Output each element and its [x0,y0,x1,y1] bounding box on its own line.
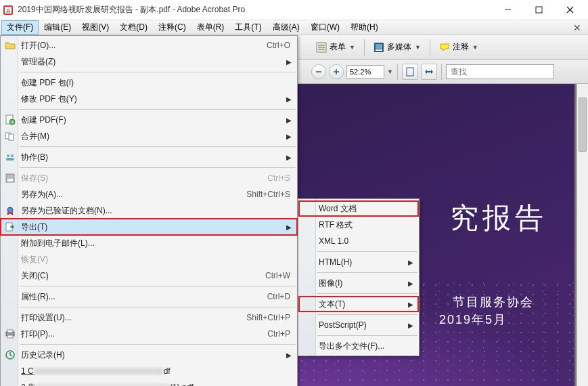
page-org: 节目服务协会 [453,294,534,310]
svg-rect-37 [7,335,13,338]
combine-icon [5,131,16,142]
svg-rect-30 [6,158,14,160]
window-title: 2019中国网络视听发展研究报告 - 副本.pdf - Adobe Acroba… [18,4,492,16]
collaborate-icon [5,152,16,163]
menu-view[interactable]: 视图(V) [76,20,114,35]
titlebar: A 2019中国网络视听发展研究报告 - 副本.pdf - Adobe Acro… [0,0,588,20]
menu-save-as[interactable]: 另存为(A)...Shift+Ctrl+S [1,186,297,202]
menu-form[interactable]: 表单(R) [191,20,230,35]
svg-rect-17 [407,68,413,76]
menu-history[interactable]: 历史记录(H)▶ [1,347,297,363]
menu-tool[interactable]: 工具(T) [229,20,267,35]
app-icon: A [3,5,14,16]
create-pdf-icon: + [5,114,16,125]
export-rtf[interactable]: RTF 格式 [298,217,419,233]
svg-point-33 [7,207,13,213]
menu-organizer[interactable]: 管理器(Z)▶ [1,53,297,70]
history-icon [5,349,16,360]
menu-recent-2[interactable]: 2 朱xxxxxxxxxxxxxxxxxxxxxxxxxxxxxxxxx(1).… [1,379,297,386]
menu-save[interactable]: 保存(S) Ctrl+S [1,170,297,186]
svg-rect-32 [7,179,13,181]
export-postscript[interactable]: PostScript(P)▶ [298,317,419,333]
svg-rect-27 [9,134,14,140]
find-input[interactable] [446,64,554,79]
export-image[interactable]: 图像(I)▶ [298,275,419,291]
separator [397,64,398,80]
menu-attach-email[interactable]: 附加到电子邮件(L)... [1,235,297,251]
menu-edit[interactable]: 编辑(E) [39,20,76,35]
maximize-button[interactable] [523,0,554,20]
zoom-input[interactable] [346,65,384,79]
close-button[interactable] [554,0,585,20]
separator [430,39,430,56]
menu-combine[interactable]: 合并(M)▶ [1,128,297,144]
close-doc-button[interactable]: ✕ [568,21,587,35]
menu-save-certified[interactable]: 另存为已验证的文档(N)... [1,202,297,219]
export-multiple[interactable]: 导出多个文件(F)... [298,338,419,354]
page-date: 2019年5月 [439,312,507,328]
svg-point-29 [11,154,14,157]
svg-rect-36 [7,330,13,333]
menu-file[interactable]: 文件(F) [1,20,39,35]
toolbar-form[interactable]: 表单▼ [311,39,360,56]
menu-modify-package[interactable]: 修改 PDF 包(Y)▶ [1,91,297,107]
menu-print[interactable]: 打印(P)...Ctrl+P [1,326,297,342]
multimedia-icon [374,42,384,53]
svg-text:A: A [6,7,11,14]
scroll-thumb[interactable] [579,98,587,152]
export-xml[interactable]: XML 1.0 [298,233,419,249]
menu-document[interactable]: 文档(D) [114,20,153,35]
vertical-scrollbar[interactable] [576,84,588,386]
comment-icon [439,42,450,53]
export-word[interactable]: Word 文档 [298,200,419,217]
menu-create-pdf[interactable]: + 创建 PDF(F)▶ [1,112,297,128]
toolbar-comment[interactable]: 注释▼ [434,39,483,56]
form-icon [316,42,327,53]
menu-comment[interactable]: 注释(C) [153,20,191,35]
svg-rect-13 [376,49,382,51]
export-html[interactable]: HTML(H)▶ [298,254,419,270]
menu-window[interactable]: 窗口(W) [305,20,345,35]
menu-properties[interactable]: 属性(R)...Ctrl+D [1,288,297,305]
menu-export[interactable]: 导出(T)▶ [1,219,297,235]
print-icon [5,328,16,339]
menu-revert[interactable]: 恢复(V) [1,251,297,267]
file-menu: 打开(O)... Ctrl+O 管理器(Z)▶ 创建 PDF 包(I) 修改 P… [0,35,298,386]
zoom-out-button[interactable] [311,64,326,79]
menu-close[interactable]: 关闭(C)Ctrl+W [1,267,297,284]
page-subtitle: 究报告 [450,199,547,237]
certified-icon [5,205,16,216]
svg-rect-12 [376,44,382,49]
menu-print-setup[interactable]: 打印设置(U)...Shift+Ctrl+P [1,309,297,326]
separator [364,39,365,56]
menubar: 文件(F) 编辑(E) 视图(V) 文档(D) 注释(C) 表单(R) 工具(T… [0,20,588,35]
menu-recent-1[interactable]: 1 Cxxxxxxxxxxxxxxxxxxxxxxxxxxxxxxxxdf [1,363,297,379]
folder-open-icon [5,40,16,51]
minimize-button[interactable] [492,0,523,20]
separator [441,64,442,80]
fit-width-button[interactable] [421,64,437,80]
toolbar-multimedia[interactable]: 多媒体▼ [369,39,426,56]
zoom-in-button[interactable] [329,64,344,79]
fit-page-button[interactable] [402,64,418,80]
svg-rect-4 [536,7,542,13]
menu-open[interactable]: 打开(O)... Ctrl+O [1,37,297,53]
svg-text:+: + [11,119,14,125]
menu-help[interactable]: 帮助(H) [345,20,384,35]
export-submenu: Word 文档 RTF 格式 XML 1.0 HTML(H)▶ 图像(I)▶ 文… [298,198,420,356]
menu-create-package[interactable]: 创建 PDF 包(I) [1,74,297,91]
export-text[interactable]: 文本(T)▶ [298,296,419,312]
menu-collaborate[interactable]: 协作(B)▶ [1,149,297,165]
save-icon [5,173,16,184]
export-icon [5,221,16,232]
menu-advanced[interactable]: 高级(A) [267,20,305,35]
svg-point-28 [7,154,9,157]
